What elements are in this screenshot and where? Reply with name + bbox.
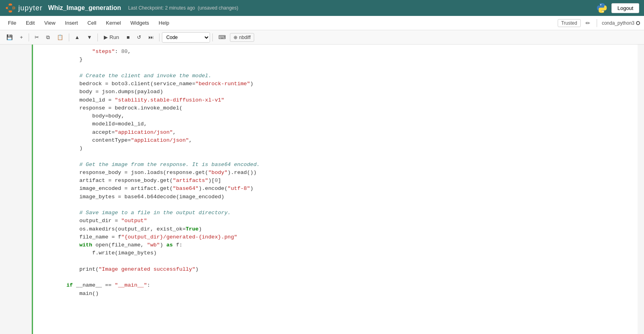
menu-help[interactable]: Help — [155, 18, 173, 27]
add-cell-button[interactable]: + — [17, 33, 26, 42]
cell-body[interactable]: "steps": 80, } # Create the client and i… — [65, 45, 638, 334]
menu-cell[interactable]: Cell — [84, 18, 100, 27]
menu-insert[interactable]: Insert — [61, 18, 82, 27]
restart-run-button[interactable]: ⏭ — [145, 33, 157, 42]
keyboard-shortcuts-button[interactable]: ⌨ — [215, 33, 229, 42]
move-down-button[interactable]: ▼ — [84, 33, 95, 42]
top-bar: jupyter Whiz_Image_generation Last Check… — [0, 0, 644, 16]
right-gutter — [638, 45, 644, 334]
kernel-name: conda_python3 — [602, 20, 634, 26]
separator — [597, 19, 597, 27]
menu-bar: File Edit View Insert Cell Kernel Widget… — [0, 16, 644, 30]
notebook-title[interactable]: Whiz_Image_generation — [48, 4, 121, 12]
run-icon: ▶ — [104, 34, 108, 40]
cut-button[interactable]: ✂ — [31, 33, 42, 42]
svg-point-5 — [600, 4, 601, 6]
left-gutter — [0, 45, 32, 334]
toolbar: 💾 + ✂ ⧉ 📋 ▲ ▼ ▶ Run ■ ↺ ⏭ Code Markdown … — [0, 30, 644, 45]
python-logo-icon — [596, 2, 607, 14]
nbdiff-icon: ⊕ — [233, 35, 237, 40]
move-up-button[interactable]: ▲ — [72, 33, 83, 42]
sep4 — [159, 33, 160, 41]
menu-bar-right: Trusted ✏ conda_python3 — [558, 19, 640, 27]
logout-button[interactable]: Logout — [611, 3, 639, 13]
sep1 — [29, 33, 29, 41]
nbdiff-label: nbdiff — [239, 35, 251, 40]
jupyter-logo-icon — [5, 2, 16, 14]
checkpoint-info: Last Checkpoint: 2 minutes ago (unsaved … — [128, 5, 238, 11]
kernel-status-icon — [636, 21, 640, 25]
trusted-button[interactable]: Trusted — [558, 19, 581, 27]
paste-button[interactable]: 📋 — [54, 33, 66, 42]
edit-pencil-icon[interactable]: ✏ — [584, 19, 592, 27]
copy-button[interactable]: ⧉ — [43, 33, 53, 42]
nbdiff-button[interactable]: ⊕ nbdiff — [230, 33, 254, 42]
sep2 — [69, 33, 69, 41]
run-button[interactable]: ▶ Run — [100, 33, 123, 42]
run-label: Run — [109, 34, 119, 40]
cell-prompt — [33, 45, 65, 334]
save-button[interactable]: 💾 — [3, 33, 16, 42]
sep5 — [212, 33, 213, 41]
top-bar-right: Logout — [596, 2, 639, 14]
notebook-area[interactable]: "steps": 80, } # Create the client and i… — [32, 45, 638, 334]
menu-kernel[interactable]: Kernel — [102, 18, 125, 27]
menu-file[interactable]: File — [4, 18, 20, 27]
cell-type-select[interactable]: Code Markdown Raw NBConvert — [162, 32, 210, 43]
stop-button[interactable]: ■ — [123, 33, 133, 42]
jupyter-label: jupyter — [18, 4, 43, 12]
sep3 — [97, 33, 98, 41]
svg-point-6 — [603, 11, 604, 12]
menu-widgets[interactable]: Widgets — [126, 18, 153, 27]
code-cell[interactable]: "steps": 80, } # Create the client and i… — [32, 45, 638, 334]
main-content: "steps": 80, } # Create the client and i… — [0, 45, 644, 334]
svg-point-4 — [8, 5, 13, 11]
kernel-info: conda_python3 — [602, 20, 640, 26]
menu-edit[interactable]: Edit — [22, 18, 39, 27]
jupyter-logo: jupyter — [5, 2, 43, 14]
restart-button[interactable]: ↺ — [134, 33, 144, 42]
menu-view[interactable]: View — [40, 18, 59, 27]
